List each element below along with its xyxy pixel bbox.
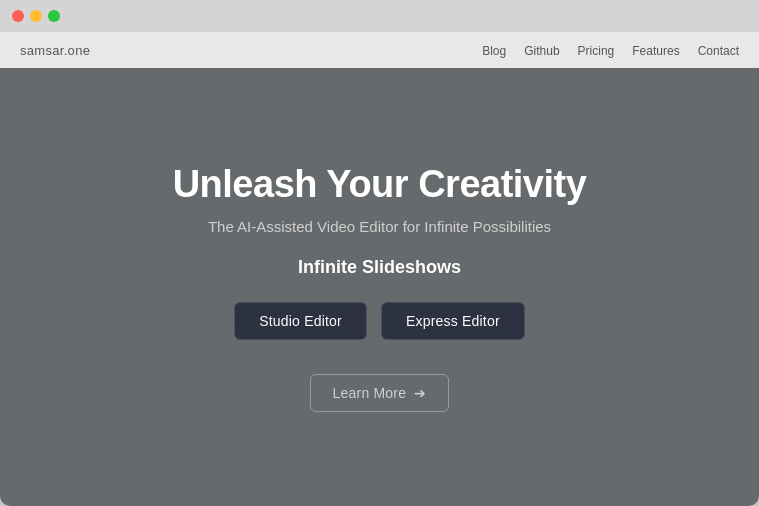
nav-item-pricing[interactable]: Pricing: [578, 41, 615, 59]
hero-subtitle: The AI-Assisted Video Editor for Infinit…: [208, 218, 551, 235]
nav-link-github[interactable]: Github: [524, 44, 559, 58]
browser-nav: samsar.one Blog Github Pricing Features …: [0, 32, 759, 68]
minimize-button[interactable]: [30, 10, 42, 22]
page-content: Unleash Your Creativity The AI-Assisted …: [0, 68, 759, 506]
learn-more-button[interactable]: Learn More ➔: [310, 374, 450, 412]
nav-item-github[interactable]: Github: [524, 41, 559, 59]
nav-link-pricing[interactable]: Pricing: [578, 44, 615, 58]
site-logo: samsar.one: [20, 43, 90, 58]
learn-more-label: Learn More: [333, 385, 407, 401]
cta-buttons: Studio Editor Express Editor: [234, 302, 525, 340]
nav-item-contact[interactable]: Contact: [698, 41, 739, 59]
express-editor-button[interactable]: Express Editor: [381, 302, 525, 340]
nav-link-features[interactable]: Features: [632, 44, 679, 58]
close-button[interactable]: [12, 10, 24, 22]
nav-item-blog[interactable]: Blog: [482, 41, 506, 59]
browser-titlebar: [0, 0, 759, 32]
nav-link-blog[interactable]: Blog: [482, 44, 506, 58]
maximize-button[interactable]: [48, 10, 60, 22]
nav-links: Blog Github Pricing Features Contact: [482, 41, 739, 59]
hero-feature: Infinite Slideshows: [298, 257, 461, 278]
nav-link-contact[interactable]: Contact: [698, 44, 739, 58]
browser-window: samsar.one Blog Github Pricing Features …: [0, 0, 759, 506]
nav-item-features[interactable]: Features: [632, 41, 679, 59]
studio-editor-button[interactable]: Studio Editor: [234, 302, 367, 340]
traffic-lights: [12, 10, 60, 22]
arrow-icon: ➔: [414, 385, 426, 401]
hero-title: Unleash Your Creativity: [173, 163, 587, 206]
